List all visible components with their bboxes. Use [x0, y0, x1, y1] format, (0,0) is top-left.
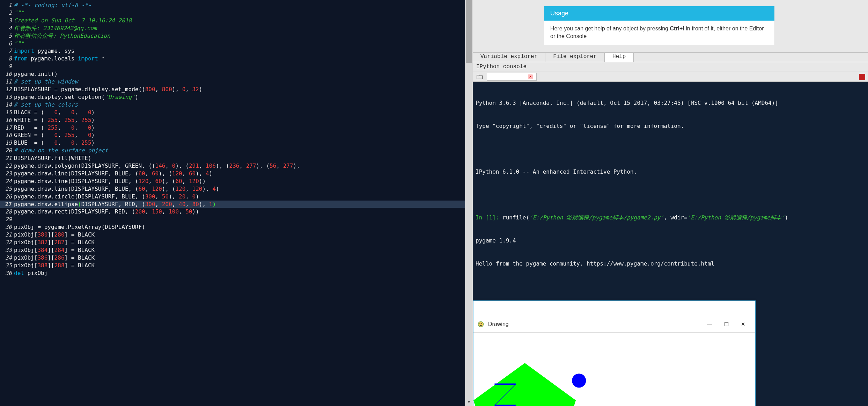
- scroll-thumb[interactable]: [466, 0, 472, 63]
- stop-kernel-button[interactable]: [859, 74, 865, 80]
- code-line[interactable]: 28pygame.draw.rect(DISPLAYSURF, RED, (20…: [0, 208, 473, 216]
- code-line[interactable]: 33pixObj[384][284] = BLACK: [0, 246, 473, 254]
- line-number: 9: [0, 63, 14, 70]
- code-line[interactable]: 17RED = ( 255, 0, 0): [0, 124, 473, 132]
- tab-variable-explorer[interactable]: Variable explorer: [473, 53, 545, 62]
- line-number: 19: [0, 139, 14, 147]
- code-line[interactable]: 34pixObj[386][286] = BLACK: [0, 254, 473, 262]
- line-number: 33: [0, 246, 14, 254]
- code-line[interactable]: 19BLUE = ( 0, 0, 255): [0, 139, 473, 147]
- close-button[interactable]: ✕: [735, 321, 751, 328]
- line-number: 36: [0, 269, 14, 277]
- code-line[interactable]: 22pygame.draw.polygon(DISPLAYSURF, GREEN…: [0, 162, 473, 170]
- console-tabbar: Console 1/A ×: [473, 72, 868, 82]
- code-line[interactable]: 14# set up the colors: [0, 101, 473, 109]
- code-line[interactable]: 16WHITE = ( 255, 255, 255): [0, 116, 473, 124]
- line-number: 2: [0, 9, 14, 17]
- code-line[interactable]: 29: [0, 216, 473, 223]
- close-tab-button[interactable]: ×: [528, 74, 533, 79]
- line-number: 27: [0, 201, 14, 208]
- line-number: 15: [0, 109, 14, 116]
- console-input-line: In [1]: runfile('E:/Python 游戏编程/pygame脚本…: [476, 214, 865, 222]
- code-line[interactable]: 8from pygame.locals import *: [0, 55, 473, 63]
- code-line[interactable]: 3Created on Sun Oct 7 10:16:24 2018: [0, 17, 473, 24]
- line-number: 13: [0, 93, 14, 101]
- pygame-titlebar[interactable]: Drawing — ☐ ✕: [473, 317, 755, 333]
- line-number: 14: [0, 101, 14, 109]
- line-number: 8: [0, 55, 14, 63]
- code-line[interactable]: 20# draw on the surface object: [0, 147, 473, 154]
- ipython-console[interactable]: Python 3.6.3 |Anaconda, Inc.| (default, …: [473, 82, 868, 406]
- console-output: Hello from the pygame community. https:/…: [476, 260, 865, 268]
- line-number: 7: [0, 47, 14, 55]
- tab-file-explorer[interactable]: File explorer: [545, 53, 605, 62]
- code-line[interactable]: 7import pygame, sys: [0, 47, 473, 55]
- code-line[interactable]: 35pixObj[388][288] = BLACK: [0, 262, 473, 269]
- line-number: 10: [0, 70, 14, 78]
- console-banner: Type "copyright", "credits" or "license"…: [476, 122, 865, 130]
- code-line[interactable]: 6""": [0, 40, 473, 48]
- code-line[interactable]: 31pixObj[380][280] = BLACK: [0, 231, 473, 239]
- line-number: 34: [0, 254, 14, 262]
- code-line[interactable]: 9: [0, 63, 473, 70]
- code-line[interactable]: 26pygame.draw.circle(DISPLAYSURF, BLUE, …: [0, 193, 473, 201]
- code-line[interactable]: 23pygame.draw.line(DISPLAYSURF, BLUE, (6…: [0, 170, 473, 177]
- code-line[interactable]: 5作者微信公众号: PythonEducation: [0, 32, 473, 40]
- code-line[interactable]: 21DISPLAYSURF.fill(WHITE): [0, 154, 473, 162]
- code-line[interactable]: 15BLACK = ( 0, 0, 0): [0, 109, 473, 116]
- svg-point-1: [479, 323, 480, 324]
- code-line[interactable]: 27pygame.draw.ellipse(DISPLAYSURF, RED, …: [0, 201, 473, 208]
- line-number: 28: [0, 208, 14, 216]
- code-line[interactable]: 4作者邮件: 231469242@qq.com: [0, 24, 473, 32]
- code-line[interactable]: 11# set up the window: [0, 78, 473, 86]
- line-number: 6: [0, 40, 14, 48]
- pygame-icon: [477, 320, 485, 328]
- code-line[interactable]: 12DISPLAYSURF = pygame.display.set_mode(…: [0, 86, 473, 93]
- line-number: 24: [0, 177, 14, 185]
- line-number: 22: [0, 162, 14, 170]
- code-line[interactable]: 10pygame.init(): [0, 70, 473, 78]
- code-line[interactable]: 30pixObj = pygame.PixelArray(DISPLAYSURF…: [0, 223, 473, 231]
- line-number: 29: [0, 216, 14, 223]
- line-number: 20: [0, 147, 14, 154]
- console-output: pygame 1.9.4: [476, 237, 865, 245]
- code-editor-pane: 1# -*- coding: utf-8 -*-2"""3Created on …: [0, 0, 473, 406]
- help-panel: Usage Here you can get help of any objec…: [473, 0, 868, 52]
- code-line[interactable]: 1# -*- coding: utf-8 -*-: [0, 1, 473, 9]
- line-number: 1: [0, 1, 14, 9]
- line-number: 5: [0, 32, 14, 40]
- maximize-button[interactable]: ☐: [718, 321, 735, 328]
- console-tab[interactable]: Console 1/A ×: [487, 73, 537, 81]
- line-number: 18: [0, 131, 14, 139]
- svg-point-0: [478, 322, 484, 327]
- editor-scrollbar[interactable]: ▲ ▼: [465, 0, 473, 406]
- code-line[interactable]: 36del pixObj: [0, 269, 473, 277]
- line-number: 35: [0, 262, 14, 269]
- usage-card: Usage Here you can get help of any objec…: [544, 6, 774, 45]
- line-number: 26: [0, 193, 14, 201]
- line-number: 23: [0, 170, 14, 177]
- pygame-surface: [473, 348, 755, 406]
- code-editor[interactable]: 1# -*- coding: utf-8 -*-2"""3Created on …: [0, 0, 473, 406]
- line-number: 16: [0, 116, 14, 124]
- code-line[interactable]: 18GREEN = ( 0, 255, 0): [0, 131, 473, 139]
- code-line[interactable]: 13pygame.display.set_caption('Drawing'): [0, 93, 473, 101]
- line-number: 32: [0, 239, 14, 246]
- minimize-button[interactable]: —: [701, 321, 718, 328]
- line-number: 21: [0, 154, 14, 162]
- line-number: 11: [0, 78, 14, 86]
- console-banner: IPython 6.1.0 -- An enhanced Interactive…: [476, 168, 865, 176]
- code-line[interactable]: 32pixObj[382][282] = BLACK: [0, 239, 473, 246]
- line-number: 12: [0, 86, 14, 93]
- code-line[interactable]: 2""": [0, 9, 473, 17]
- browse-folder-button[interactable]: [475, 73, 485, 81]
- code-line[interactable]: 24pygame.draw.line(DISPLAYSURF, BLUE, (1…: [0, 177, 473, 185]
- right-panel: Usage Here you can get help of any objec…: [473, 0, 868, 406]
- pygame-window[interactable]: Drawing — ☐ ✕: [473, 300, 756, 406]
- line-number: 17: [0, 124, 14, 132]
- tab-help[interactable]: Help: [605, 53, 634, 62]
- code-line[interactable]: 25pygame.draw.line(DISPLAYSURF, BLUE, (6…: [0, 185, 473, 193]
- line-number: 30: [0, 223, 14, 231]
- scroll-down-arrow[interactable]: ▼: [465, 398, 473, 406]
- line-number: 31: [0, 231, 14, 239]
